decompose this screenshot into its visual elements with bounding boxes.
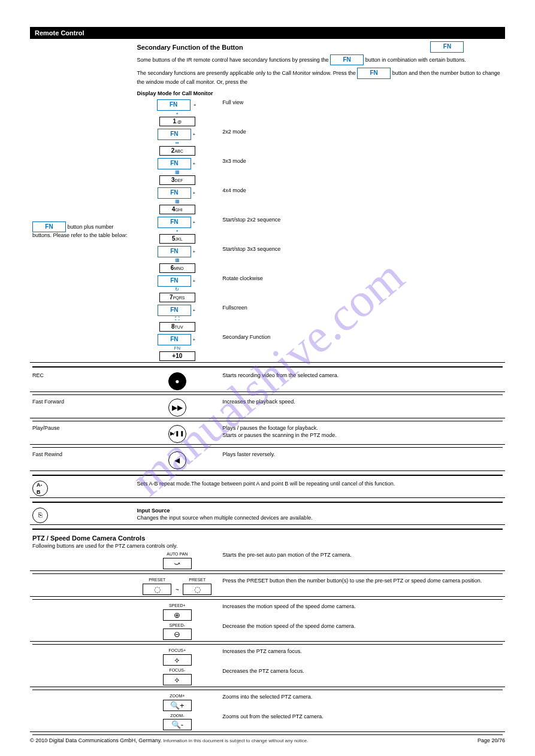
icon-2x2: ▪▪ <box>137 140 217 146</box>
num-key-2[interactable]: 2ABC <box>159 146 195 156</box>
speed-minus-desc: Decrease the motion speed of the speed d… <box>220 622 505 642</box>
src-desc: Changes the input source when multiple c… <box>137 515 312 521</box>
ptz-head: PTZ / Speed Dome Camera Controls <box>32 535 145 542</box>
pp-desc-a: Plays / pauses the footage for playback. <box>222 425 503 432</box>
fn-key-row-7[interactable]: FN <box>158 275 191 287</box>
rec-name: REC <box>30 371 134 392</box>
num-desc-6: Start/stop 3x3 sequence <box>220 245 505 274</box>
ab-icon[interactable]: A-B <box>32 481 48 496</box>
mode-title: Display Mode for Call Monitor <box>134 87 505 98</box>
num-key-3[interactable]: 3DEF <box>159 175 195 186</box>
fn-key-row-8[interactable]: FN <box>158 305 191 316</box>
preset-button-2[interactable]: ◌ <box>183 584 211 595</box>
play-pause-icon[interactable]: ▶∕❚❚ <box>168 425 186 443</box>
num-desc-9: Secondary Function <box>220 333 505 363</box>
ff-name: Fast Forward <box>30 397 134 418</box>
fn-small-icon: FN <box>137 345 217 351</box>
intro-p2a: The secondary functions are presently ap… <box>137 70 357 76</box>
input-source-icon[interactable]: ⎘ <box>32 508 48 523</box>
zoom-plus-label: ZOOM+ <box>163 694 192 699</box>
fn-key-inline-1: FN <box>330 54 364 66</box>
zoom-plus-desc: Zooms into the selected PTZ camera. <box>220 693 505 712</box>
speed-minus-label: SPEED- <box>163 623 192 629</box>
icon-seq-sm: ▪ <box>137 228 217 234</box>
footer: © 2010 Digital Data Communications GmbH,… <box>30 737 505 743</box>
footer-left: © 2010 Digital Data Communications GmbH,… <box>30 737 164 743</box>
focus-plus-button[interactable]: ⟡ <box>163 654 192 666</box>
num-key-5[interactable]: 5JKL <box>159 234 195 244</box>
fr-name: Fast Rewind <box>30 450 134 471</box>
num-desc-1: Full view <box>220 98 505 127</box>
rec-desc: Starts recording video from the selected… <box>220 371 505 392</box>
pp-desc-b: Starts or pauses the scanning in the PTZ… <box>222 432 503 439</box>
num-desc-8: Fullscreen <box>220 303 505 333</box>
num-desc-4: 4x4 mode <box>220 186 505 215</box>
plus-icon: + <box>192 102 198 108</box>
src-name: Input Source <box>137 508 170 514</box>
icon-3x3: ▦ <box>137 169 217 175</box>
speed-plus-desc: Increases the motion speed of the speed … <box>220 602 505 622</box>
sec-title-suffix: Button <box>222 44 243 51</box>
focus-minus-button[interactable]: ⟡ <box>163 674 192 685</box>
fn-key-inline-2: FN <box>357 68 391 79</box>
content-table: Secondary Function of the FN Button Some… <box>30 42 505 737</box>
speed-plus-label: SPEED+ <box>163 603 192 609</box>
preset-joiner: ~ <box>176 587 179 593</box>
zoom-minus-desc: Zooms out from the selected PTZ camera. <box>220 712 505 732</box>
autopan-label: AUTO PAN <box>163 552 192 557</box>
speed-minus-button[interactable]: ⊖ <box>163 629 192 640</box>
num-desc-3: 3x3 mode <box>220 157 505 186</box>
fn-key-row-9[interactable]: FN <box>158 334 191 345</box>
fast-rewind-icon[interactable]: ◀ <box>168 451 186 469</box>
num-key-1[interactable]: 1.@ <box>159 117 195 127</box>
num-key-plus10[interactable]: +10 <box>159 351 195 362</box>
focus-minus-desc: Decreases the PTZ camera focus. <box>220 667 505 687</box>
footer-small: Information in this document is subject … <box>164 738 309 743</box>
preset-label-1: PRESET <box>143 578 171 583</box>
ptz-intro: Following buttons are used for the PTZ c… <box>32 543 177 549</box>
fullscreen-icon: ⛶ <box>137 316 217 322</box>
intro-p1a: Some buttons of the IR remote control ha… <box>137 57 330 63</box>
intro-p1b: button in combination with certain butto… <box>365 57 466 63</box>
num-key-7[interactable]: 7PQRS <box>159 293 195 303</box>
num-desc-5: Start/stop 2x2 sequence <box>220 215 505 245</box>
icon-1x1: ▪ <box>137 111 217 117</box>
fn-key-row-2[interactable]: FN <box>158 129 191 140</box>
zoom-plus-button[interactable]: 🔍+ <box>163 700 192 711</box>
focus-minus-label: FOCUS- <box>163 668 192 673</box>
preset-button-1[interactable]: ◌ <box>143 584 171 595</box>
sec-title-prefix: Secondary Function of the <box>137 44 222 51</box>
focus-plus-desc: Increases the PTZ camera focus. <box>220 647 505 667</box>
num-desc-2: 2x2 mode <box>220 127 505 157</box>
fn-key-row-1[interactable]: FN <box>157 99 191 111</box>
num-key-4[interactable]: 4GHI <box>159 205 195 215</box>
fn-key-title: FN <box>430 41 464 53</box>
fn-key-row-3[interactable]: FN <box>158 158 191 169</box>
icon-4x4: ▦ <box>137 199 217 205</box>
icon-seq-md: ▦ <box>137 257 217 263</box>
pp-name: Play/Pause <box>30 424 134 445</box>
fn-key-row-6[interactable]: FN <box>158 246 191 257</box>
num-key-8[interactable]: 8TUV <box>159 322 195 332</box>
preset-desc: Press the PRESET button then the number … <box>220 576 505 596</box>
num-desc-7: Rotate clockwise <box>220 274 505 303</box>
zoom-minus-button[interactable]: 🔍- <box>163 719 192 730</box>
record-icon[interactable]: ● <box>168 372 186 390</box>
footer-right: Page 20/76 <box>477 737 505 743</box>
autopan-desc: Starts the pre-set auto pan motion of th… <box>220 551 505 570</box>
fn-key-row-4[interactable]: FN <box>158 187 191 199</box>
fast-forward-icon[interactable]: ▶▶ <box>168 399 186 417</box>
zoom-minus-label: ZOOM- <box>163 714 192 719</box>
fn-key-big: FN <box>32 221 66 233</box>
ab-desc: Sets A-B repeat mode.The footage between… <box>134 479 505 498</box>
fr-desc: Plays faster reversely. <box>220 450 505 471</box>
focus-plus-label: FOCUS+ <box>163 648 192 654</box>
preset-label-2: PRESET <box>183 578 211 583</box>
fn-key-row-5[interactable]: FN <box>158 217 191 228</box>
rotate-icon: ↻ <box>137 287 217 293</box>
header-bar: Remote Control <box>30 27 505 39</box>
autopan-button[interactable]: ⤻ <box>163 558 192 569</box>
ff-desc: Increases the playback speed. <box>220 397 505 418</box>
speed-plus-button[interactable]: ⊕ <box>163 609 192 621</box>
num-key-6[interactable]: 6MNO <box>159 263 195 274</box>
